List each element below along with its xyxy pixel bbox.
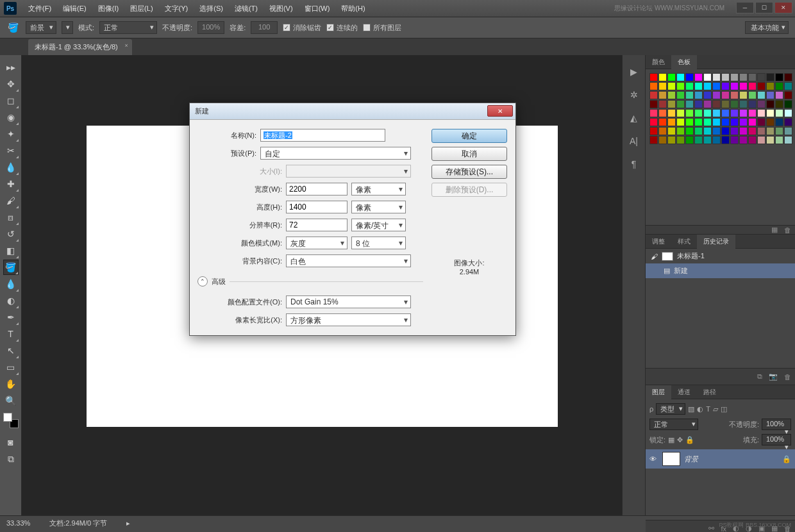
hand-tool[interactable]: ✋ xyxy=(3,376,19,392)
swatch[interactable] xyxy=(748,91,757,99)
swatch[interactable] xyxy=(649,82,658,90)
workspace-select[interactable]: 基本功能 xyxy=(745,21,789,34)
width-input[interactable] xyxy=(286,183,347,195)
aspect-select[interactable]: 方形像素 xyxy=(286,313,411,326)
cancel-button[interactable]: 取消 xyxy=(431,147,507,161)
eraser-tool[interactable]: ◧ xyxy=(3,243,19,258)
swatch[interactable] xyxy=(667,127,676,135)
swatches-tab[interactable]: 色板 xyxy=(671,55,697,69)
heal-tool[interactable]: ✚ xyxy=(3,176,19,192)
blend-mode-select[interactable]: 正常 xyxy=(649,419,698,430)
swatch[interactable] xyxy=(739,100,748,108)
paths-tab[interactable]: 路径 xyxy=(697,385,723,399)
swatch[interactable] xyxy=(739,91,748,99)
swatch[interactable] xyxy=(748,82,757,90)
bucket-tool[interactable]: 🪣 xyxy=(3,260,19,275)
histogram-icon[interactable]: ◭ xyxy=(630,113,637,123)
swatch[interactable] xyxy=(658,73,667,81)
swatch[interactable] xyxy=(685,136,694,144)
swatch[interactable] xyxy=(757,91,766,99)
swatch[interactable] xyxy=(676,82,685,90)
swatch[interactable] xyxy=(703,136,712,144)
path-tool[interactable]: ↖ xyxy=(3,343,19,358)
swatch[interactable] xyxy=(784,136,792,144)
opacity-input[interactable]: 100% xyxy=(197,21,224,34)
menu-item[interactable]: 文件(F) xyxy=(23,2,56,15)
compass-icon[interactable]: ✲ xyxy=(630,90,638,100)
swatch[interactable] xyxy=(784,109,792,117)
swatch[interactable] xyxy=(712,136,721,144)
swatch[interactable] xyxy=(658,91,667,99)
fill-input[interactable]: 100% xyxy=(762,434,791,445)
swatch[interactable] xyxy=(694,109,703,117)
swatch[interactable] xyxy=(748,100,757,108)
menu-item[interactable]: 滤镜(T) xyxy=(230,2,263,15)
swatch[interactable] xyxy=(667,136,676,144)
swatch[interactable] xyxy=(757,73,766,81)
swatch[interactable] xyxy=(721,118,730,126)
filter-kind-select[interactable]: 类型 xyxy=(656,403,685,415)
swatch[interactable] xyxy=(784,73,792,81)
swatch[interactable] xyxy=(766,118,774,126)
all-layers-check[interactable]: 所有图层 xyxy=(363,23,401,33)
type-tool[interactable]: T xyxy=(3,326,19,342)
swatch[interactable] xyxy=(766,100,774,108)
swatch[interactable] xyxy=(703,100,712,108)
swatch[interactable] xyxy=(667,100,676,108)
ok-button[interactable]: 确定 xyxy=(431,129,507,143)
advanced-toggle[interactable]: ⌃ xyxy=(197,276,208,287)
history-step[interactable]: ▤ 新建 xyxy=(646,263,795,278)
swatch[interactable] xyxy=(775,136,783,144)
swatch[interactable] xyxy=(658,109,667,117)
document-tab[interactable]: 未标题-1 @ 33.3%(灰色/8)× xyxy=(28,39,132,55)
color-tab[interactable]: 颜色 xyxy=(646,55,671,69)
swatch[interactable] xyxy=(685,118,694,126)
channels-tab[interactable]: 通道 xyxy=(671,385,697,399)
swatch[interactable] xyxy=(784,82,792,90)
camera-icon[interactable]: 📷 xyxy=(769,372,778,381)
swatch[interactable] xyxy=(649,73,658,81)
color-swap[interactable] xyxy=(3,413,19,428)
layer-background[interactable]: 👁 背景 🔒 xyxy=(646,449,795,469)
swatch[interactable] xyxy=(775,118,783,126)
filter-image-icon[interactable]: ▧ xyxy=(688,405,694,413)
swatch[interactable] xyxy=(658,127,667,135)
bitdepth-select[interactable]: 8 位 xyxy=(351,237,406,249)
swatch[interactable] xyxy=(676,73,685,81)
swatch[interactable] xyxy=(694,73,703,81)
swatch[interactable] xyxy=(685,109,694,117)
dodge-tool[interactable]: ◐ xyxy=(3,293,19,308)
swatch[interactable] xyxy=(703,91,712,99)
swatch[interactable] xyxy=(784,118,792,126)
swatch[interactable] xyxy=(757,82,766,90)
lock-pixels-icon[interactable]: ▦ xyxy=(668,436,674,444)
swatch[interactable] xyxy=(712,91,721,99)
preset-select[interactable]: 自定 xyxy=(260,147,411,160)
colormode-select[interactable]: 灰度 xyxy=(286,237,347,249)
swatch[interactable] xyxy=(703,127,712,135)
visibility-icon[interactable]: 👁 xyxy=(649,455,658,463)
swatch[interactable] xyxy=(649,136,658,144)
swatch[interactable] xyxy=(694,91,703,99)
maximize-button[interactable]: ☐ xyxy=(755,2,773,13)
swatch[interactable] xyxy=(685,100,694,108)
swatch[interactable] xyxy=(757,100,766,108)
swatch[interactable] xyxy=(730,109,739,117)
contiguous-check[interactable]: ✓连续的 xyxy=(326,23,358,33)
swatch[interactable] xyxy=(721,100,730,108)
layer-opacity-input[interactable]: 100% xyxy=(762,419,791,430)
lock-position-icon[interactable]: ✥ xyxy=(677,436,683,444)
pattern-picker[interactable] xyxy=(62,21,73,34)
swatch[interactable] xyxy=(703,73,712,81)
swatch[interactable] xyxy=(739,136,748,144)
swatch[interactable] xyxy=(775,73,783,81)
swatch[interactable] xyxy=(775,91,783,99)
close-button[interactable]: ✕ xyxy=(774,2,792,13)
resolution-unit-select[interactable]: 像素/英寸 xyxy=(351,219,406,231)
swatch[interactable] xyxy=(721,82,730,90)
swatch[interactable] xyxy=(649,100,658,108)
dialog-titlebar[interactable]: 新建 ✕ xyxy=(190,103,515,120)
doc-info[interactable]: 文档:2.94M/0 字节 xyxy=(49,519,107,528)
lasso-tool[interactable]: ◉ xyxy=(3,110,19,125)
filter-adjust-icon[interactable]: ◐ xyxy=(697,405,703,413)
